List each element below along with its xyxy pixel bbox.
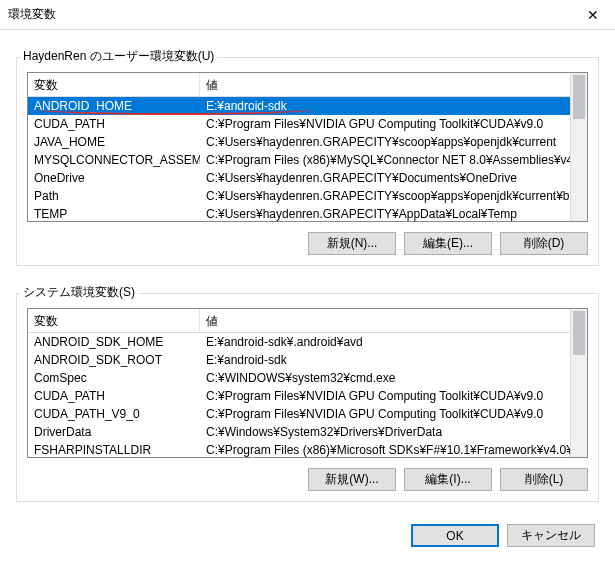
table-row[interactable]: JAVA_HOMEC:¥Users¥haydenren.GRAPECITY¥sc… [28,133,570,151]
table-row[interactable]: MYSQLCONNECTOR_ASSEM...C:¥Program Files … [28,151,570,169]
var-name-cell: TEMP [28,205,200,221]
var-name-cell: JAVA_HOME [28,133,200,151]
table-row[interactable]: ComSpecC:¥WINDOWS¥system32¥cmd.exe [28,369,570,387]
user-vars-header: 変数 値 [28,73,587,97]
var-name-cell: CUDA_PATH_V9_0 [28,405,200,423]
system-vars-listview[interactable]: 変数 値 ANDROID_SDK_HOMEE:¥android-sdk¥.and… [27,308,588,458]
var-value-cell: E:¥android-sdk [200,97,570,115]
var-name-cell: CUDA_PATH [28,115,200,133]
system-vars-label: システム環境変数(S) [20,284,138,301]
var-value-cell: C:¥Program Files (x86)¥Microsoft SDKs¥F#… [200,441,570,457]
column-header-name[interactable]: 変数 [28,309,200,332]
var-value-cell: C:¥Users¥haydenren.GRAPECITY¥AppData¥Loc… [200,205,570,221]
var-name-cell: DriverData [28,423,200,441]
var-value-cell: C:¥Users¥haydenren.GRAPECITY¥Documents¥O… [200,169,570,187]
system-vars-group: システム環境変数(S) 変数 値 ANDROID_SDK_HOMEE:¥andr… [16,276,599,502]
var-value-cell: C:¥Program Files¥NVIDIA GPU Computing To… [200,115,570,133]
var-name-cell: ComSpec [28,369,200,387]
var-name-cell: CUDA_PATH [28,387,200,405]
var-name-cell: ANDROID_SDK_HOME [28,333,200,351]
table-row[interactable]: CUDA_PATHC:¥Program Files¥NVIDIA GPU Com… [28,387,570,405]
var-name-cell: ANDROID_SDK_ROOT [28,351,200,369]
var-value-cell: C:¥WINDOWS¥system32¥cmd.exe [200,369,570,387]
var-value-cell: C:¥Users¥haydenren.GRAPECITY¥scoop¥apps¥… [200,133,570,151]
table-row[interactable]: ANDROID_SDK_HOMEE:¥android-sdk¥.android¥… [28,333,570,351]
system-vars-body: ANDROID_SDK_HOMEE:¥android-sdk¥.android¥… [28,333,570,457]
user-vars-listview[interactable]: 変数 値 ANDROID_HOMEE:¥android-sdkCUDA_PATH… [27,72,588,222]
close-button[interactable]: ✕ [570,0,615,30]
delete-system-var-button[interactable]: 削除(L) [500,468,588,491]
user-vars-box: 変数 値 ANDROID_HOMEE:¥android-sdkCUDA_PATH… [16,57,599,266]
user-vars-body: ANDROID_HOMEE:¥android-sdkCUDA_PATHC:¥Pr… [28,97,570,221]
column-header-value[interactable]: 値 [200,309,587,332]
scrollbar[interactable] [570,309,587,457]
table-row[interactable]: OneDriveC:¥Users¥haydenren.GRAPECITY¥Doc… [28,169,570,187]
table-row[interactable]: CUDA_PATH_V9_0C:¥Program Files¥NVIDIA GP… [28,405,570,423]
column-header-name[interactable]: 変数 [28,73,200,96]
table-row[interactable]: ANDROID_HOMEE:¥android-sdk [28,97,570,115]
user-vars-buttons: 新規(N)... 編集(E)... 削除(D) [27,232,588,255]
user-vars-label: HaydenRen のユーザー環境変数(U) [20,48,217,65]
scroll-thumb[interactable] [573,75,585,119]
table-row[interactable]: ANDROID_SDK_ROOTE:¥android-sdk [28,351,570,369]
table-row[interactable]: TEMPC:¥Users¥haydenren.GRAPECITY¥AppData… [28,205,570,221]
system-vars-buttons: 新規(W)... 編集(I)... 削除(L) [27,468,588,491]
scroll-thumb[interactable] [573,311,585,355]
table-row[interactable]: DriverDataC:¥Windows¥System32¥Drivers¥Dr… [28,423,570,441]
var-value-cell: C:¥Program Files¥NVIDIA GPU Computing To… [200,405,570,423]
var-value-cell: E:¥android-sdk [200,351,570,369]
edit-user-var-button[interactable]: 編集(E)... [404,232,492,255]
delete-user-var-button[interactable]: 削除(D) [500,232,588,255]
var-value-cell: C:¥Users¥haydenren.GRAPECITY¥scoop¥apps¥… [200,187,570,205]
close-icon: ✕ [587,7,599,23]
var-value-cell: C:¥Program Files (x86)¥MySQL¥Connector N… [200,151,570,169]
user-vars-group: HaydenRen のユーザー環境変数(U) 変数 値 ANDROID_HOME… [16,40,599,266]
edit-system-var-button[interactable]: 編集(I)... [404,468,492,491]
var-value-cell: C:¥Windows¥System32¥Drivers¥DriverData [200,423,570,441]
dialog-footer: OK キャンセル [0,512,615,561]
titlebar: 環境変数 ✕ [0,0,615,30]
var-name-cell: ANDROID_HOME [28,97,200,115]
dialog-content: HaydenRen のユーザー環境変数(U) 変数 値 ANDROID_HOME… [0,30,615,502]
system-vars-box: 変数 値 ANDROID_SDK_HOMEE:¥android-sdk¥.and… [16,293,599,502]
table-row[interactable]: CUDA_PATHC:¥Program Files¥NVIDIA GPU Com… [28,115,570,133]
table-row[interactable]: PathC:¥Users¥haydenren.GRAPECITY¥scoop¥a… [28,187,570,205]
var-name-cell: Path [28,187,200,205]
cancel-button[interactable]: キャンセル [507,524,595,547]
table-row[interactable]: FSHARPINSTALLDIRC:¥Program Files (x86)¥M… [28,441,570,457]
var-value-cell: E:¥android-sdk¥.android¥avd [200,333,570,351]
column-header-value[interactable]: 値 [200,73,587,96]
window-title: 環境変数 [8,6,570,23]
var-value-cell: C:¥Program Files¥NVIDIA GPU Computing To… [200,387,570,405]
var-name-cell: FSHARPINSTALLDIR [28,441,200,457]
new-user-var-button[interactable]: 新規(N)... [308,232,396,255]
var-name-cell: MYSQLCONNECTOR_ASSEM... [28,151,200,169]
system-vars-header: 変数 値 [28,309,587,333]
var-name-cell: OneDrive [28,169,200,187]
new-system-var-button[interactable]: 新規(W)... [308,468,396,491]
scrollbar[interactable] [570,73,587,221]
ok-button[interactable]: OK [411,524,499,547]
